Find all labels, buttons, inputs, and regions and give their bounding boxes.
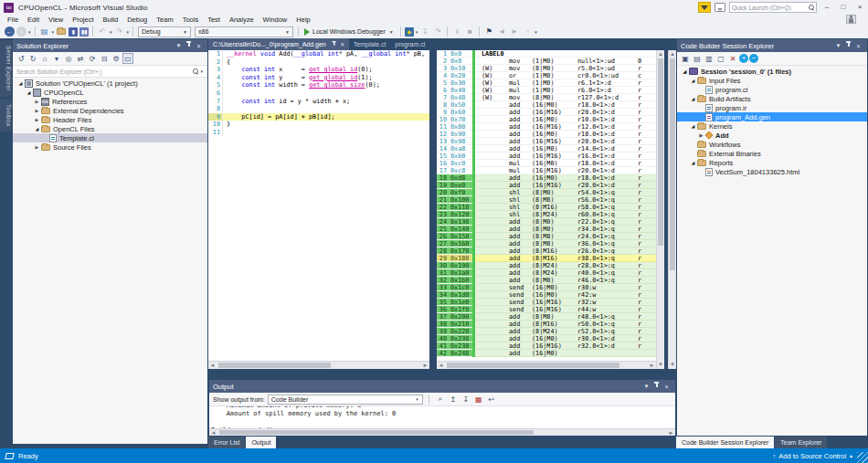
collapsed-arrow-icon[interactable]: ▶ [33, 117, 41, 122]
expanded-arrow-icon[interactable]: ◢ [25, 89, 33, 95]
code-line-9[interactable]: 9 pC[id] = pA[id] + pB[id]; [208, 113, 429, 121]
code-builder-dropdown-icon[interactable]: ▾ [416, 29, 418, 35]
solution-search-input[interactable]: Search Solution Explorer (Ctrl+;) ▾ [13, 66, 207, 78]
tree-item-source-files[interactable]: ▶Source Files [13, 142, 207, 152]
asm-row-16[interactable]: 160xc0mul(16|M0)r18.0<1>:dr [437, 160, 656, 167]
menu-item-debug[interactable]: Debug [122, 15, 152, 25]
scroll-right-icon[interactable]: ► [421, 363, 429, 368]
expanded-arrow-icon[interactable]: ◢ [689, 160, 697, 165]
close-panel-icon[interactable]: × [194, 43, 204, 49]
assembly-pane[interactable]: 10x0LABEL020x0mov(1|M0)null<1>:ud030x10(… [437, 50, 656, 361]
tree-item-build-artifacts[interactable]: ◢Build Artifacts [677, 94, 867, 103]
asm-row-11[interactable]: 110x80add(16|M16)r12.0<1>:dr [437, 123, 656, 131]
menu-item-build[interactable]: Build [99, 15, 123, 25]
asm-row-41[interactable]: 410x238add(16|M16)r32.0<1>:dr [437, 342, 656, 350]
menu-item-help[interactable]: Help [291, 15, 314, 25]
scroll-thumb[interactable] [447, 363, 619, 368]
asm-row-3[interactable]: 30x10(W)mov(8|M0)r5.0<1>:udr [437, 65, 656, 72]
pin-icon[interactable] [184, 41, 194, 50]
asm-row-4[interactable]: 40x20(W)or(1|M0)cr0.0<1>:udc [437, 72, 656, 79]
doc-tab-2[interactable]: program.cl [390, 38, 429, 50]
menu-item-tools[interactable]: Tools [178, 15, 204, 25]
scroll-track[interactable] [669, 58, 676, 361]
nav-forward-icon[interactable]: → [16, 26, 26, 37]
maximize-button[interactable]: □ [837, 2, 850, 13]
asm-row-26[interactable]: 260x150add(8|M8)r24.0<1>:qr [437, 233, 656, 240]
collapse-all-icon[interactable]: ⊟ [99, 53, 110, 64]
tree-item-header-files[interactable]: ▶Header Files [13, 115, 207, 124]
code-line-6[interactable]: 6 [208, 89, 429, 98]
find-message-icon[interactable]: ⌕ [435, 394, 446, 405]
asm-row-13[interactable]: 130x98add(16|M16)r20.0<1>:dr [437, 138, 656, 145]
expand-all-icon[interactable]: + [739, 54, 748, 63]
code-line-4[interactable]: 4 const int y = get_global_id(1); [208, 74, 429, 82]
asm-row-38[interactable]: 380x210add(8|M16)r50.0<1>:qr [437, 321, 656, 328]
asm-row-40[interactable]: 400x230add(16|M0)r30.0<1>:dr [437, 335, 656, 342]
expanded-arrow-icon[interactable]: ◢ [681, 68, 689, 74]
scroll-thumb[interactable] [658, 58, 663, 246]
output-horizontal-scrollbar[interactable]: ◄ ► [209, 428, 675, 436]
nav-back-icon[interactable]: ← [5, 26, 15, 37]
add-to-source-control-button[interactable]: ↑ Add to Source Control ▲ [773, 452, 863, 460]
asm-row-2[interactable]: 20x0mov(1|M0)null<1>:ud0 [437, 58, 656, 65]
tree-item-program-add-gen[interactable]: program_Add.gen [677, 112, 867, 121]
refresh-icon[interactable]: ⟳ [87, 53, 98, 64]
break-all-icon[interactable]: ‖ [451, 26, 462, 37]
search-dropdown-icon[interactable]: ▾ [200, 68, 203, 74]
side-tab-server-explorer[interactable]: Server Explorer [0, 40, 12, 97]
output-source-select[interactable]: Code Builder ▾ [268, 395, 423, 405]
doc-tab-0[interactable]: C:\Users\silin\Do..._0\program_Add.gen× [208, 38, 349, 50]
expanded-arrow-icon[interactable]: ◢ [689, 123, 697, 129]
tree-item-program-ir[interactable]: program.ir [677, 103, 867, 112]
bookmark-prev-icon[interactable]: ◄ [496, 26, 507, 37]
asm-row-1[interactable]: 10x0LABEL0 [437, 50, 656, 58]
asm-row-5[interactable]: 50x30(W)mul(1|M0)r6.1<1>:dr [437, 79, 656, 87]
menu-item-analyze[interactable]: Analyze [225, 15, 259, 25]
quick-launch-input[interactable]: Quick Launch (Ctrl+Q) [729, 2, 817, 13]
start-debug-button[interactable]: Local Windows Debugger ▼ [302, 26, 397, 37]
code-horizontal-scrollbar[interactable]: ◄ ► [208, 361, 429, 369]
expanded-arrow-icon[interactable]: ◢ [33, 126, 41, 132]
expanded-arrow-icon[interactable]: ◢ [16, 80, 25, 86]
tree-item-external-binaries[interactable]: External Binaries [677, 149, 867, 158]
redo-icon[interactable]: ↷ [114, 26, 125, 37]
close-panel-icon[interactable]: × [662, 384, 672, 390]
asm-row-25[interactable]: 250x140add(8|M0)r34.0<1>:qr [437, 226, 656, 233]
window-position-icon[interactable]: ▾ [833, 42, 843, 49]
back-icon[interactable]: ↺ [16, 53, 26, 64]
scroll-track[interactable] [217, 429, 667, 436]
tree-item-vectsum-1804133625-html[interactable]: VectSum_1804133625.html [677, 167, 867, 176]
asm-row-15[interactable]: 150xb0add(16|M16)r16.0<1>:dr [437, 153, 656, 160]
asm-row-6[interactable]: 60x40(W)mul(1|M0)r6.0<1>:dr [437, 87, 656, 94]
asm-row-14[interactable]: 140xa8add(16|M0)r14.0<1>:dr [437, 145, 656, 153]
asm-row-17[interactable]: 170xc8mul(16|M16)r20.0<1>:dr [437, 167, 656, 174]
scroll-thumb[interactable] [670, 58, 675, 270]
output-titlebar[interactable]: Output ▾ × [209, 380, 675, 393]
window-position-icon[interactable]: ▾ [174, 42, 184, 49]
pin-icon[interactable] [651, 382, 662, 391]
asm-row-27[interactable]: 270x160add(8|M8)r36.0<1>:qr [437, 240, 656, 247]
doc-tab-1[interactable]: Template.cl [349, 38, 390, 50]
minimize-button[interactable]: – [820, 2, 833, 13]
code-line-8[interactable]: 8 [208, 105, 429, 113]
new-session-icon[interactable]: ▣ [680, 53, 691, 64]
asm-row-8[interactable]: 80x50add(16|M0)r18.0<1>:dr [437, 101, 656, 109]
menu-item-project[interactable]: Project [68, 15, 98, 25]
asm-row-37[interactable]: 370x200add(8|M8)r48.0<1>:qr [437, 313, 656, 321]
menu-item-edit[interactable]: Edit [23, 15, 44, 25]
forward-icon[interactable]: ↻ [27, 53, 38, 64]
tree-item-kernels[interactable]: ◢Kernels [677, 121, 867, 131]
tree-item-input-files[interactable]: ◢Input Files [677, 76, 867, 85]
collapsed-arrow-icon[interactable]: ▶ [33, 144, 41, 150]
menu-item-window[interactable]: Window [259, 15, 292, 25]
pin-icon[interactable] [843, 41, 853, 50]
code-line-3[interactable]: 3 const int x = get_global_id(0); [208, 66, 429, 74]
scope-to-icon[interactable]: ◎ [63, 53, 74, 64]
undo-icon[interactable]: ↶ [97, 26, 108, 37]
undo-dropdown-icon[interactable]: ▾ [110, 29, 112, 35]
scroll-left-icon[interactable]: ◄ [209, 430, 217, 436]
preview-toggle-icon[interactable]: ▭ [122, 53, 133, 64]
window-position-icon[interactable]: ▾ [641, 383, 651, 390]
asm-row-32[interactable]: 320x1b0add(8|M0)r46.0<1>:qr [437, 277, 656, 284]
asm-row-22[interactable]: 220x110shl(8|M16)r58.0<1>:qr [437, 204, 656, 211]
